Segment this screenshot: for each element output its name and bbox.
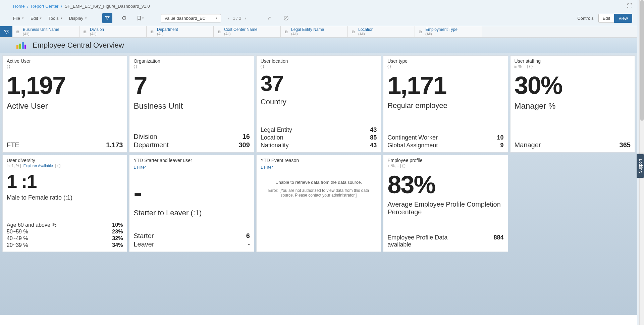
kpi-value: 30% <box>515 72 631 99</box>
card-ytd-event-reason: YTD Event reason 1 Filter Unable to retr… <box>256 155 381 252</box>
dashboard-dropdown[interactable]: Value dashboard_EC ▾ <box>161 14 221 22</box>
filter-chip-department[interactable]: ⧉Department(All) <box>147 26 214 37</box>
filter-chip-cost-center[interactable]: ⧉Cost Center Name(All) <box>214 26 281 37</box>
card-user-diversity: User diversity in :1, % | Explorer Avail… <box>2 155 127 252</box>
card-active-user: Active User { } 1,197 Active User FTE1,1… <box>2 55 127 153</box>
filter-link[interactable]: 1 Filter <box>133 165 250 170</box>
mode-edit-button[interactable]: Edit <box>598 14 614 23</box>
card-title: Active User <box>7 58 123 64</box>
kpi-label: Starter to Leaver (:1) <box>133 209 250 217</box>
error-message: Unable to retrieve data from the data so… <box>261 170 377 208</box>
card-title: User staffing <box>515 58 631 64</box>
fit-page-button[interactable]: ⤢ <box>264 13 274 23</box>
card-title: User diversity <box>7 158 123 163</box>
mode-view-button[interactable]: View <box>614 14 632 23</box>
bookmark-dropdown[interactable]: ▾ <box>136 13 145 23</box>
menu-edit[interactable]: Edit▾ <box>31 16 42 21</box>
kpi-value: 7 <box>133 72 250 99</box>
page-indicator: 1 / 2 <box>233 16 241 21</box>
kpi-label: Country <box>261 98 377 106</box>
kpi-value: 1,171 <box>387 72 503 99</box>
card-organization: Organization { } 7 Business Unit Divisio… <box>129 55 254 153</box>
card-title: Organization <box>133 58 250 64</box>
kpi-value: - <box>133 180 250 206</box>
kpi-value: 1,197 <box>7 72 123 99</box>
copy-icon: ⧉ <box>151 30 154 34</box>
kpi-value: 83% <box>387 172 503 198</box>
support-tab[interactable]: Support <box>637 154 644 178</box>
filter-chip-business-unit[interactable]: ⧉Business Unit Name(All) <box>12 26 79 37</box>
card-sub: in %, -- | { } <box>387 164 503 168</box>
breadcrumb-report-center[interactable]: Report Center <box>31 4 59 9</box>
menu-tools[interactable]: Tools▾ <box>48 16 62 21</box>
card-title: Employee profile <box>387 158 503 163</box>
filter-chip-employment-type[interactable]: ⧉Employment Type(All) <box>415 26 482 37</box>
page-prev-button[interactable]: ‹ <box>228 15 229 21</box>
controls-link[interactable]: Controls <box>577 16 593 21</box>
card-employee-profile: Employee profile in %, -- | { } 83% Aver… <box>383 155 508 252</box>
page-next-button[interactable]: › <box>245 15 246 21</box>
filter-chip-legal-entity[interactable]: ⧉Legal Entity Name(All) <box>281 26 348 37</box>
card-title: YTD Event reason <box>261 158 377 163</box>
refresh-button[interactable] <box>119 13 129 23</box>
filter-chip-location[interactable]: ⧉Location(All) <box>348 26 415 37</box>
menu-display[interactable]: Display▾ <box>69 16 87 21</box>
expand-icon[interactable]: ⛶ <box>627 3 632 9</box>
dashboard-bars-icon <box>16 42 26 49</box>
card-user-staffing: User staffing in %, -- | { } 30% Manager… <box>510 55 635 153</box>
card-title: User location <box>261 58 377 64</box>
card-ytd-starter-leaver: YTD Starter and leaver user 1 Filter - S… <box>129 155 254 252</box>
menu-file[interactable]: File▾ <box>13 16 24 21</box>
kpi-value: 1 :1 <box>7 172 123 192</box>
breadcrumb-home[interactable]: Home <box>13 4 25 9</box>
kpi-label: Manager % <box>515 101 631 111</box>
kpi-value: 37 <box>261 72 377 95</box>
copy-icon: ⧉ <box>285 30 288 34</box>
card-sub: { } <box>7 64 123 68</box>
filter-toggle-button[interactable] <box>102 13 112 23</box>
card-sub: { } <box>387 64 503 68</box>
svg-line-1 <box>285 17 287 19</box>
filter-chip-division[interactable]: ⧉Division(All) <box>79 26 147 37</box>
breadcrumb-current: SF_EMP_EC_Key_Figure_Dashboard_v1.0 <box>65 4 150 9</box>
filter-link[interactable]: 1 Filter <box>261 165 377 170</box>
copy-icon: ⧉ <box>419 30 422 34</box>
kpi-label: Regular employee <box>387 101 503 110</box>
card-sub: { } <box>133 64 250 68</box>
page-title: Employee Central Overview <box>33 41 124 50</box>
card-sub: { } <box>261 64 377 68</box>
kpi-label: Average Employee Profile Completion Perc… <box>387 201 503 216</box>
card-user-type: User type { } 1,171 Regular employee Con… <box>383 55 508 153</box>
breadcrumb: Home / Report Center / SF_EMP_EC_Key_Fig… <box>13 4 150 9</box>
card-sub: in %, -- | { } <box>515 64 631 68</box>
copy-icon: ⧉ <box>16 30 19 34</box>
card-title: User type <box>387 58 503 64</box>
card-sub: in :1, % | Explorer Available | { } <box>7 164 123 168</box>
disable-icon[interactable] <box>281 13 291 23</box>
chevron-down-icon: ▾ <box>216 16 217 20</box>
kpi-label: Business Unit <box>133 101 250 111</box>
copy-icon: ⧉ <box>84 30 87 34</box>
kpi-label: Active User <box>7 101 123 111</box>
copy-icon: ⧉ <box>218 30 221 34</box>
copy-icon: ⧉ <box>352 30 355 34</box>
card-title: YTD Starter and leaver user <box>133 158 250 163</box>
filter-bar-funnel-icon[interactable] <box>0 26 12 37</box>
kpi-label: Male to Female ratio (:1) <box>7 194 123 201</box>
explorer-available-link[interactable]: Explorer Available <box>23 164 53 168</box>
card-user-location: User location { } 37 Country Legal Entit… <box>256 55 381 153</box>
